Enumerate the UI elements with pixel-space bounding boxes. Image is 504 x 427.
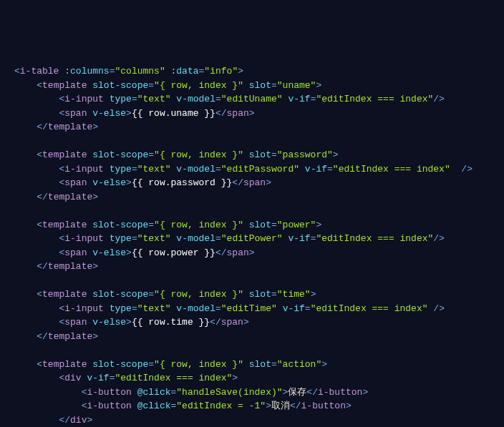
code-line: <i-table :columns="columns" :data="info"… (14, 64, 490, 79)
code-line: <i-input type="text" v-model="editPasswo… (14, 162, 490, 177)
code-line: <span v-else>{{ row.uname }}</span> (14, 107, 490, 121)
code-line: <span v-else>{{ row.password }}</span> (14, 176, 490, 190)
code-line: </template> (14, 330, 490, 344)
code-line: <span v-else>{{ row.power }}</span> (14, 246, 490, 260)
code-line: <i-input type="text" v-model="editUname"… (14, 92, 490, 107)
code-line (14, 274, 490, 288)
code-line (14, 204, 490, 218)
code-line: <span v-else>{{ row.time }}</span> (14, 315, 490, 330)
code-line: </div> (14, 413, 490, 428)
code-line: </template> (14, 190, 490, 205)
code-line (14, 343, 490, 358)
code-line: <i-button @click="editIndex = -1">取消</i-… (14, 399, 490, 413)
code-line: <template slot-scope="{ row, index }" sl… (14, 288, 490, 302)
code-line (14, 134, 490, 149)
code-line: <template slot-scope="{ row, index }" sl… (14, 79, 490, 93)
code-line: <i-button @click="handleSave(index)">保存<… (14, 386, 490, 400)
code-editor[interactable]: <i-table :columns="columns" :data="info"… (14, 64, 490, 427)
code-line: <i-input type="text" v-model="editPower"… (14, 232, 490, 246)
code-line: </template> (14, 120, 490, 134)
code-line: <template slot-scope="{ row, index }" sl… (14, 218, 490, 232)
code-line: </template> (14, 260, 490, 274)
code-line: <template slot-scope="{ row, index }" sl… (14, 148, 490, 162)
code-line: <template slot-scope="{ row, index }" sl… (14, 358, 490, 372)
code-line: <i-input type="text" v-model="editTime" … (14, 302, 490, 316)
code-line: <div v-if="editIndex === index"> (14, 371, 490, 386)
